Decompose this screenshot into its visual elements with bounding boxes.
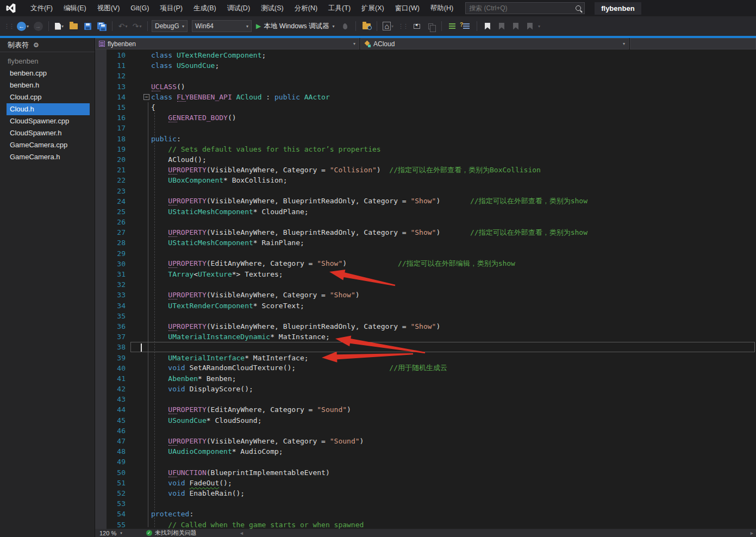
- menu-item[interactable]: 生成(B): [188, 1, 222, 16]
- code-line[interactable]: 37 UMaterialInstanceDynamic* MatInstance…: [95, 332, 756, 342]
- sidebar-item-gamecamera-cpp[interactable]: GameCamera.cpp: [0, 139, 95, 151]
- solution-platform-combo[interactable]: Win64▾: [192, 20, 252, 32]
- code-line[interactable]: 36 UPROPERTY(VisibleAnyWhere, BlueprintR…: [95, 321, 756, 332]
- menu-item[interactable]: 分析(N): [289, 1, 323, 16]
- code-line[interactable]: 17: [95, 123, 756, 133]
- fold-collapse-icon[interactable]: −: [143, 94, 149, 100]
- code-line[interactable]: 40 void SetARandomCloudTexture(); //用于随机…: [95, 363, 756, 373]
- document-health-indicator[interactable]: ✓ 未找到相关问题: [146, 529, 197, 537]
- code-line[interactable]: 27 UPROPERTY(VisibleAnyWhere, BlueprintR…: [95, 227, 756, 238]
- code-line[interactable]: 25 UStaticMeshComponent* CloudPlane;: [95, 207, 756, 217]
- previous-bookmark-button[interactable]: [495, 19, 508, 33]
- sidebar-item-cloud-h[interactable]: Cloud.h: [7, 103, 90, 115]
- select-element-button[interactable]: [410, 19, 423, 33]
- code-line[interactable]: 45 USoundCue* CloudSound;: [95, 415, 756, 426]
- start-debugging-button[interactable]: ▶ 本地 Windows 调试器 ▾: [253, 19, 338, 33]
- code-line[interactable]: 54protected:: [95, 509, 756, 519]
- code-line[interactable]: 18public:: [95, 134, 756, 144]
- navigate-forward-button[interactable]: →: [32, 19, 45, 33]
- sidebar-item-cloud-cpp[interactable]: Cloud.cpp: [0, 91, 95, 103]
- code-line[interactable]: 47 UPROPERTY(VisibleAnyWhere, Category =…: [95, 436, 756, 446]
- code-line[interactable]: 26: [95, 217, 756, 227]
- code-line[interactable]: 55 // Called when the game starts or whe…: [95, 519, 756, 529]
- open-file-button[interactable]: [67, 19, 80, 33]
- toolbar-drag-handle[interactable]: ⋮⋮: [398, 23, 408, 30]
- save-button[interactable]: [81, 19, 94, 33]
- code-editor[interactable]: 10class UTextRenderComponent;11class USo…: [95, 49, 756, 529]
- code-line[interactable]: 12: [95, 71, 756, 81]
- sidebar-item-gamecamera-h[interactable]: GameCamera.h: [0, 151, 95, 163]
- code-line[interactable]: 35: [95, 311, 756, 321]
- code-line[interactable]: 41 Abenben* Benben;: [95, 373, 756, 384]
- uncomment-lines-button[interactable]: [460, 19, 473, 33]
- clear-bookmarks-button[interactable]: [523, 19, 536, 33]
- code-line[interactable]: 23: [95, 185, 756, 196]
- navigate-back-button[interactable]: ←▾: [15, 19, 30, 33]
- search-icon[interactable]: [576, 5, 581, 11]
- code-line[interactable]: 39 UMaterialInterface* MatInterface;: [95, 352, 756, 363]
- code-line[interactable]: 20 ACloud();: [95, 154, 756, 165]
- code-line[interactable]: 11class USoundCue;: [95, 60, 756, 71]
- code-line[interactable]: 32: [95, 279, 756, 290]
- member-dropdown[interactable]: [630, 38, 756, 49]
- toggle-bookmark-button[interactable]: [481, 19, 494, 33]
- code-line[interactable]: 30 UPROPERTY(EditAnyWhere, Category = "S…: [95, 259, 756, 269]
- undo-button[interactable]: ↶▾: [116, 19, 129, 33]
- menu-item[interactable]: 帮助(H): [425, 1, 459, 16]
- code-line[interactable]: 10class UTextRenderComponent;: [95, 50, 756, 60]
- find-in-files-button[interactable]: [360, 19, 373, 33]
- scroll-left-icon[interactable]: ◄: [239, 530, 244, 536]
- menu-item[interactable]: 测试(S): [255, 1, 289, 16]
- code-line[interactable]: 38: [95, 342, 756, 352]
- scroll-right-icon[interactable]: ►: [749, 530, 754, 536]
- code-line[interactable]: 14−class FLYBENBEN_API ACloud : public A…: [95, 92, 756, 102]
- menu-item[interactable]: 窗口(W): [390, 1, 425, 16]
- code-line[interactable]: 24 UPROPERTY(VisibleAnyWhere, BlueprintR…: [95, 196, 756, 207]
- menu-item[interactable]: 项目(P): [154, 1, 188, 16]
- code-line[interactable]: 44 UPROPERTY(EditAnyWhere, Category = "S…: [95, 404, 756, 415]
- code-line[interactable]: 34 UTextRenderComponent* ScoreText;: [95, 301, 756, 311]
- code-line[interactable]: 43: [95, 394, 756, 404]
- code-line[interactable]: 21 UPROPERTY(VisibleAnyWhere, Category =…: [95, 165, 756, 175]
- code-line[interactable]: 15{: [95, 102, 756, 113]
- sidebar-item-cloudspawner-h[interactable]: CloudSpawner.h: [0, 127, 95, 139]
- code-line[interactable]: 48 UAudioComponent* AudioComp;: [95, 446, 756, 457]
- copy-button[interactable]: [424, 19, 438, 33]
- code-line[interactable]: 52 void EnableRain();: [95, 488, 756, 498]
- code-line[interactable]: 46: [95, 426, 756, 436]
- code-line[interactable]: 49: [95, 457, 756, 467]
- code-line[interactable]: 28 UStaticMeshComponent* RainPlane;: [95, 238, 756, 248]
- menu-item[interactable]: 扩展(X): [356, 1, 390, 16]
- code-line[interactable]: 13UCLASS(): [95, 82, 756, 92]
- project-dropdown[interactable]: flybenben ▾: [95, 38, 359, 49]
- horizontal-scrollbar[interactable]: ◄ ►: [238, 529, 756, 536]
- menu-item[interactable]: Git(G): [125, 2, 154, 15]
- gear-icon[interactable]: ⚙: [33, 41, 39, 49]
- code-line[interactable]: 51 void FadeOut();: [95, 478, 756, 488]
- code-line[interactable]: 53: [95, 498, 756, 509]
- sidebar-group-label[interactable]: flybenben: [0, 55, 95, 67]
- sidebar-item-benben-cpp[interactable]: benben.cpp: [0, 67, 95, 79]
- menu-item[interactable]: 视图(V): [92, 1, 126, 16]
- type-dropdown[interactable]: ACloud ▾: [360, 38, 629, 49]
- sidebar-item-benben-h[interactable]: benben.h: [0, 79, 95, 91]
- zoom-control[interactable]: 120 % ▾: [95, 529, 127, 537]
- code-line[interactable]: 42 void DisplayScore();: [95, 384, 756, 394]
- save-all-button[interactable]: [95, 19, 108, 33]
- code-line[interactable]: 22 UBoxComponent* BoxCollision;: [95, 175, 756, 185]
- hot-reload-button[interactable]: [339, 19, 352, 33]
- code-line[interactable]: 29: [95, 248, 756, 259]
- code-line[interactable]: 16 GENERATED_BODY(): [95, 113, 756, 123]
- menu-item[interactable]: 调试(D): [222, 1, 255, 16]
- code-line[interactable]: 33 UPROPERTY(VisibleAnyWhere, Category =…: [95, 290, 756, 300]
- search-box[interactable]: [465, 2, 585, 14]
- search-input[interactable]: [469, 4, 576, 12]
- menu-item[interactable]: 文件(F): [25, 1, 58, 16]
- redo-button[interactable]: ↷▾: [130, 19, 143, 33]
- sidebar-item-cloudspawner-cpp[interactable]: CloudSpawner.cpp: [0, 115, 95, 127]
- code-line[interactable]: 50 UFUNCTION(BlueprintImplementableEvent…: [95, 467, 756, 478]
- menu-item[interactable]: 工具(T): [323, 1, 356, 16]
- new-file-button[interactable]: ▾: [53, 19, 66, 33]
- menu-item[interactable]: 编辑(E): [58, 1, 92, 16]
- toolbar-drag-handle[interactable]: ⋮⋮: [4, 23, 14, 30]
